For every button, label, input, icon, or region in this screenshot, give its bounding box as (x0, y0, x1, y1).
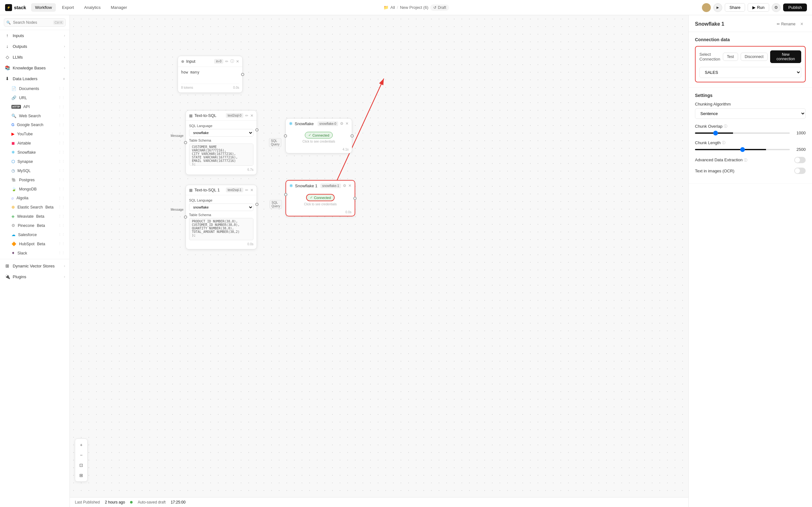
sidebar-item-web-search[interactable]: 🔍 Web Search ⋮⋮ (3, 111, 69, 120)
advanced-extraction-info-icon[interactable]: ⓘ (744, 158, 747, 162)
main-layout: 🔍 Ctrl K ↑ Inputs › ↓ Outputs › ◇ LLMs › (0, 15, 812, 507)
sidebar-item-postgres[interactable]: 🐘 Postgres ⋮⋮ (3, 175, 69, 184)
rename-button[interactable]: ✏ Rename (777, 22, 796, 26)
sql-language-select-1[interactable]: snowflake (189, 204, 253, 211)
snowflake-0-right-connector[interactable] (351, 134, 354, 137)
share-button[interactable]: Share (725, 3, 745, 12)
sidebar-item-knowledge-bases[interactable]: 📚 Knowledge Bases › (0, 62, 69, 73)
edit-icon[interactable]: ✏ (225, 59, 229, 64)
canvas-area[interactable]: ⊕ Input in-0 ✏ ⓘ ✕ how many 8 tokens 0.0… (70, 15, 688, 507)
sql-node-1-right-connector[interactable] (255, 203, 258, 206)
run-icon: ▶ (752, 5, 756, 10)
connection-select[interactable]: SALES (699, 67, 801, 78)
test-button[interactable]: Test (723, 53, 738, 61)
snowflake-node-1[interactable]: ❄ Snowflake 1 snowflake-1 ⚙ ✕ ✓ Connecte… (286, 180, 355, 216)
input-node-right-connector[interactable] (241, 73, 244, 76)
sidebar-item-hubspot[interactable]: 🔶 HubSpot Beta ⋮⋮ (3, 239, 69, 248)
sidebar-item-api[interactable]: HTTP API ⋮⋮ (3, 102, 69, 111)
close-icon[interactable]: ✕ (348, 183, 351, 188)
snowflake-0-connected-badge[interactable]: ✓ Connected (305, 132, 333, 138)
close-icon[interactable]: ✕ (345, 121, 349, 126)
sidebar-item-algolia[interactable]: ⌕ Algolia ⋮⋮ (3, 193, 69, 203)
tab-analytics[interactable]: Analytics (80, 3, 104, 12)
breadcrumb-project[interactable]: New Project (6) (400, 5, 428, 10)
sql-node-1-left-connector[interactable] (184, 216, 187, 219)
sidebar-item-inputs[interactable]: ↑ Inputs › (0, 30, 69, 41)
avatar[interactable] (702, 3, 711, 12)
advanced-extraction-toggle[interactable] (794, 157, 806, 163)
sidebar-item-outputs[interactable]: ↓ Outputs › (0, 41, 69, 52)
gear-icon[interactable]: ⚙ (340, 121, 344, 126)
chunk-length-info-icon[interactable]: ⓘ (722, 140, 725, 145)
table-schema-label-0: Table Schema (189, 138, 253, 142)
settings-section: Settings Chunking Algorithm Sentence Chu… (689, 88, 812, 184)
settings-button[interactable]: ⚙ (772, 3, 780, 12)
sidebar-item-data-loaders[interactable]: ⬇ Data Loaders ∨ (0, 73, 69, 84)
new-connection-button[interactable]: New connection (770, 50, 801, 63)
sidebar-item-slack[interactable]: ✦ Slack ⋮⋮ (3, 248, 69, 258)
disconnect-button[interactable]: Disconnect (741, 53, 768, 61)
sql-node-0-left-connector[interactable] (184, 141, 187, 144)
grid-button[interactable]: ⊞ (77, 470, 86, 480)
sidebar-item-weaviate[interactable]: ◈ Weaviate Beta ⋮⋮ (3, 212, 69, 221)
input-node-textarea[interactable]: how many (181, 70, 239, 83)
sidebar-item-mongodb[interactable]: 🍃 MongoDB ⋮⋮ (3, 184, 69, 193)
chunking-algo-select[interactable]: Sentence (695, 108, 806, 119)
run-button[interactable]: ▶ Run (748, 3, 769, 12)
panel-close-button[interactable]: × (798, 20, 806, 28)
edit-icon[interactable]: ✏ (245, 188, 248, 192)
snowflake-1-connected-badge[interactable]: ✓ Connected (306, 194, 335, 201)
sidebar-item-google-search[interactable]: G Google Search ⋮⋮ (3, 120, 69, 129)
sidebar-item-elastic-search[interactable]: ⊕ Elastic Search Beta ⋮⋮ (3, 203, 69, 212)
snowflake-1-right-connector[interactable] (353, 197, 357, 200)
publish-button[interactable]: Publish (783, 3, 807, 11)
info-icon[interactable]: ⓘ (230, 59, 234, 64)
chunk-overlap-slider[interactable] (695, 132, 790, 134)
sidebar-item-llms[interactable]: ◇ LLMs › (0, 52, 69, 62)
fit-button[interactable]: ⊡ (77, 460, 86, 470)
breadcrumb-all[interactable]: All (391, 5, 395, 10)
sidebar-item-airtable[interactable]: ◼ Airtable ⋮⋮ (3, 138, 69, 148)
sidebar-item-url[interactable]: 🔗 URL ⋮⋮ (3, 93, 69, 102)
sidebar-item-snowflake[interactable]: ❄ Snowflake ⋮⋮ (3, 148, 69, 157)
check-icon: ✓ (308, 133, 311, 137)
sidebar-item-dynamic-vector-stores[interactable]: ⊞ Dynamic Vector Stores › (0, 261, 69, 271)
sql-language-select-0[interactable]: snowflake (189, 129, 253, 136)
tab-export[interactable]: Export (58, 3, 78, 12)
ocr-toggle[interactable] (794, 168, 806, 174)
drag-handle-icon: ⋮⋮ (58, 169, 65, 173)
snowflake-0-time: 4.1s (343, 148, 349, 151)
close-icon[interactable]: ✕ (236, 59, 239, 64)
text-to-sql-node-0[interactable]: ▦ Text-to-SQL text2sql-0 ✏ ✕ SQL Languag… (186, 110, 257, 175)
sql-node-0-right-connector[interactable] (255, 128, 258, 131)
sidebar-item-salesforce[interactable]: ☁ Salesforce ⋮⋮ (3, 230, 69, 239)
sidebar-item-youtube[interactable]: ▶ YouTube ⋮⋮ (3, 129, 69, 138)
chunk-overlap-info-icon[interactable]: ⓘ (724, 124, 727, 129)
table-schema-textarea-1[interactable]: PRODUCT_ID NUMBER(38,0), CUSTOMER_ID NUM… (189, 218, 253, 240)
input-node[interactable]: ⊕ Input in-0 ✏ ⓘ ✕ how many 8 tokens 0.0… (177, 56, 243, 93)
sidebar-item-mysql[interactable]: ◷ MySQL ⋮⋮ (3, 166, 69, 175)
connection-data-section: Connection data Select Connection Test D… (689, 32, 812, 88)
text-to-sql-node-1[interactable]: ▦ Text-to-SQL 1 text2sql-1 ✏ ✕ SQL Langu… (186, 185, 257, 249)
close-icon[interactable]: ✕ (250, 188, 253, 192)
chunk-length-slider[interactable] (695, 149, 790, 150)
sidebar-item-pinecone[interactable]: ⚙ Pinecone Beta ⋮⋮ (3, 221, 69, 230)
zoom-in-button[interactable]: + (77, 440, 86, 450)
zoom-out-button[interactable]: − (77, 450, 86, 460)
snowflake-node-0[interactable]: ❄ Snowflake snowflake-0 ⚙ ✕ ✓ Connected … (286, 118, 352, 153)
edit-icon[interactable]: ✏ (245, 113, 248, 118)
sidebar-label-llms: LLMs (13, 55, 61, 60)
tab-manager[interactable]: Manager (107, 3, 131, 12)
tab-workflow[interactable]: Workflow (31, 3, 55, 12)
canvas-toolbar: + − ⊡ ⊞ (75, 439, 88, 482)
play-small-button[interactable]: ▶ (713, 3, 722, 12)
sidebar-item-documents[interactable]: 📄 Documents ⋮⋮ (3, 84, 69, 93)
gear-icon[interactable]: ⚙ (343, 183, 346, 188)
table-schema-textarea-0[interactable]: CUSTOMER_NAME VARCHAR(16777216), CITY VA… (189, 144, 253, 166)
snowflake-0-left-connector[interactable] (284, 134, 287, 137)
snowflake-1-left-connector[interactable] (284, 193, 287, 196)
sidebar-item-synapse[interactable]: ⬡ Synapse ⋮⋮ (3, 157, 69, 166)
outputs-icon: ↓ (4, 43, 10, 49)
close-icon[interactable]: ✕ (250, 113, 253, 118)
sidebar-item-plugins[interactable]: 🔌 Plugins › (0, 271, 69, 282)
